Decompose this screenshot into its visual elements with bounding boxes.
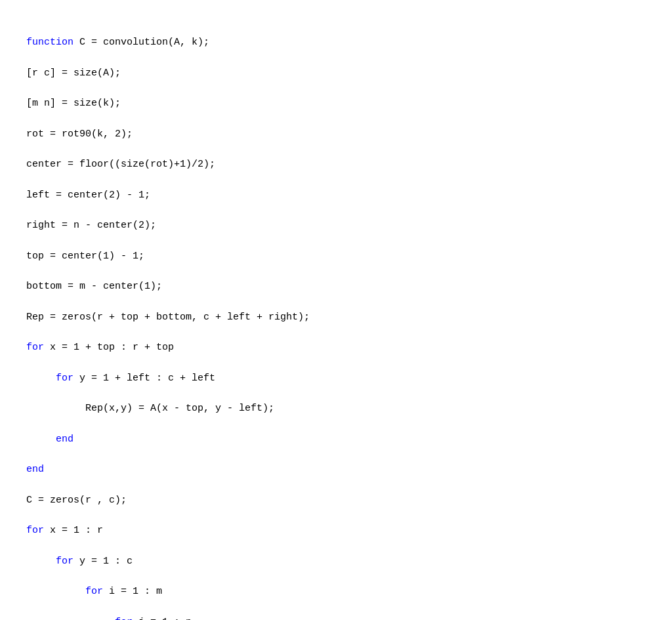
code-line-13: Rep(x,y) = A(x - top, y - left); [26, 401, 646, 416]
code-line-8: top = center(1) - 1; [26, 249, 646, 264]
keyword-for-6: for [115, 617, 133, 620]
code-block: function C = convolution(A, k); [r c] = … [26, 20, 646, 620]
keyword-end-2: end [26, 464, 44, 475]
code-line-11: for x = 1 + top : r + top [26, 340, 646, 355]
code-line-20: for j = 1 : n [26, 615, 646, 620]
code-line-5: center = floor((size(rot)+1)/2); [26, 157, 646, 172]
code-line-4: rot = rot90(k, 2); [26, 127, 646, 142]
code-line-3: [m n] = size(k); [26, 96, 646, 111]
keyword-for-2: for [56, 373, 74, 384]
code-line-6: left = center(2) - 1; [26, 188, 646, 203]
keyword-for-5: for [85, 586, 103, 597]
code-line-9: bottom = m - center(1); [26, 279, 646, 294]
code-line-19: for i = 1 : m [26, 584, 646, 599]
keyword-end-1: end [56, 434, 74, 445]
keyword-function: function [26, 37, 74, 48]
keyword-for-4: for [56, 556, 74, 567]
code-line-12: for y = 1 + left : c + left [26, 371, 646, 386]
code-line-2: [r c] = size(A); [26, 66, 646, 81]
code-line-17: for x = 1 : r [26, 523, 646, 538]
code-line-18: for y = 1 : c [26, 554, 646, 569]
keyword-for-3: for [26, 525, 44, 536]
code-line-7: right = n - center(2); [26, 218, 646, 233]
keyword-for-1: for [26, 342, 44, 353]
code-line-1: function C = convolution(A, k); [26, 35, 646, 50]
code-line-15: end [26, 462, 646, 477]
code-line-14: end [26, 432, 646, 447]
code-line-10: Rep = zeros(r + top + bottom, c + left +… [26, 310, 646, 325]
code-line-16: C = zeros(r , c); [26, 493, 646, 508]
